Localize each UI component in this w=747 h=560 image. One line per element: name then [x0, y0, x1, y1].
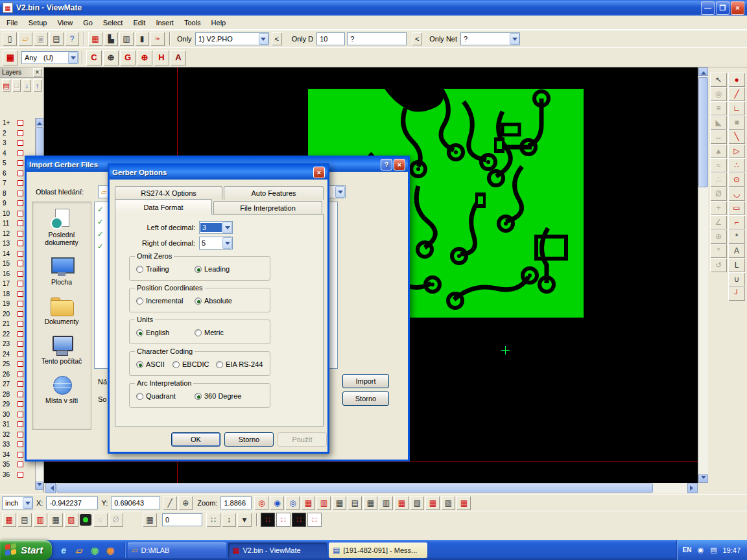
restore-button[interactable]: ❐ — [716, 1, 729, 15]
save-file-button[interactable]: ▣ — [34, 32, 48, 46]
filled-square-tool-icon[interactable]: ■ — [728, 115, 745, 130]
layer-color-chip[interactable] — [18, 441, 23, 447]
layer-color-chip[interactable] — [18, 331, 23, 337]
chevron-down-icon[interactable] — [510, 33, 519, 45]
layer-up-button[interactable]: ↑ — [33, 79, 42, 92]
diagonal-tool-icon[interactable]: ╲ — [728, 130, 745, 144]
only-net-label[interactable]: Only Net — [426, 35, 460, 43]
layer-color-chip[interactable] — [18, 371, 23, 377]
small-grid-5-icon[interactable]: ▧ — [64, 513, 78, 527]
film-grid-icon[interactable]: ▥ — [119, 32, 134, 46]
right-of-decimal-combo[interactable]: 5 — [199, 237, 233, 250]
tab-rs274x-options[interactable]: RS274-X Options — [115, 186, 222, 200]
scroll-up-icon[interactable] — [698, 67, 708, 76]
gear-icon[interactable]: * — [710, 244, 727, 258]
layers-stack-icon[interactable]: ≡ — [710, 101, 727, 115]
close-icon[interactable]: × — [33, 68, 42, 76]
gerber-dialog-titlebar[interactable]: Gerber Options × — [110, 165, 327, 180]
tab-auto-features[interactable]: Auto Features — [224, 186, 324, 200]
tab-file-interpretation[interactable]: File Interpretation — [213, 201, 322, 215]
only-dcode-label[interactable]: Only D — [289, 35, 317, 43]
layer-color-chip[interactable] — [18, 361, 23, 367]
zoom-value-field[interactable]: 1.8866 — [220, 496, 252, 509]
arc-tool-icon[interactable]: ◡ — [728, 187, 745, 201]
grid-dark-4-icon[interactable]: ▥ — [379, 496, 393, 510]
chevron-down-icon[interactable] — [23, 497, 32, 509]
label-tool-icon[interactable]: L — [728, 258, 745, 272]
angle-tool-icon[interactable]: ∠ — [710, 215, 727, 229]
tray-keyboard-icon[interactable]: ▤ — [708, 545, 718, 555]
measure-angle-icon[interactable]: ◣ — [710, 115, 727, 130]
place-recent-documents[interactable]: Poslední dokumenty — [32, 209, 91, 246]
layer-color-chip[interactable] — [18, 200, 23, 206]
small-grid-4-icon[interactable]: ▦ — [49, 513, 63, 527]
menu-item[interactable]: Edit — [128, 17, 150, 29]
scrollbar-thumb[interactable] — [36, 127, 43, 157]
radio-english[interactable]: English — [136, 329, 169, 336]
help-icon[interactable]: ? — [381, 159, 392, 170]
menu-item[interactable]: Tools — [179, 17, 206, 29]
prev-layer-button[interactable]: < — [272, 32, 282, 45]
layer-color-chip[interactable] — [18, 220, 23, 226]
layer-color-chip[interactable] — [18, 472, 23, 478]
clock[interactable]: 19:47 — [722, 546, 741, 554]
dcode-h-button[interactable]: H — [154, 50, 169, 65]
zoom-select-icon[interactable]: ◎ — [254, 496, 268, 510]
open-file-button[interactable]: ▱ — [18, 32, 32, 46]
line-tool-icon[interactable]: ╱ — [728, 87, 745, 101]
menu-item[interactable]: Select — [98, 17, 128, 29]
menu-item[interactable]: File — [1, 17, 23, 29]
layer-color-chip[interactable] — [18, 381, 23, 387]
target-button[interactable]: ⊕ — [103, 50, 119, 65]
storno-button[interactable]: Storno — [224, 432, 274, 447]
small-grid-3-icon[interactable]: ▥ — [33, 513, 47, 527]
place-desktop[interactable]: Plocha — [32, 256, 91, 286]
layer-color-chip[interactable] — [18, 160, 23, 166]
asterisk-tool-icon[interactable]: * — [728, 229, 745, 244]
layer-color-chip[interactable] — [18, 231, 23, 237]
scroll-right-icon[interactable] — [687, 483, 698, 493]
pattern-button-4[interactable]: ∷ — [307, 513, 322, 527]
layer-row[interactable]: 1+ — [0, 118, 36, 128]
layer-row[interactable]: 3 — [0, 138, 36, 148]
layer-table-button[interactable]: ▤ — [2, 79, 10, 92]
layer-color-chip[interactable] — [18, 180, 23, 186]
pattern-button-1[interactable]: ∷ — [261, 513, 275, 527]
grid-red-1-icon[interactable]: ▦ — [301, 496, 315, 510]
grid-dark-1-icon[interactable]: ▦ — [332, 496, 346, 510]
chevron-down-icon[interactable] — [259, 33, 268, 45]
bend-tool-icon[interactable]: ┘ — [728, 286, 745, 301]
dcode-g-button[interactable]: G — [120, 50, 136, 65]
layer-color-chip[interactable] — [18, 301, 23, 307]
chart-icon[interactable]: ≈ — [150, 32, 165, 46]
radio-ascii[interactable]: ASCII — [136, 360, 165, 368]
radio-quadrant[interactable]: Quadrant — [136, 392, 176, 400]
import-button[interactable]: Import — [342, 374, 389, 388]
ok-button[interactable]: OK — [171, 432, 220, 447]
start-button[interactable]: Start — [0, 540, 52, 560]
zoom-out-icon[interactable]: ◎ — [285, 496, 300, 510]
aperture-report-icon[interactable]: ▙ — [104, 32, 118, 46]
x-coordinate-field[interactable]: -0.942237 — [46, 496, 98, 509]
place-my-computer[interactable]: Tento počítač — [32, 335, 91, 365]
radio-eia-rs244[interactable]: EIA RS-244 — [216, 360, 263, 368]
mirror-icon[interactable]: ▲ — [710, 144, 727, 158]
clip-icon[interactable]: Ø — [710, 187, 727, 201]
grid-hatch-icon[interactable]: ▧ — [410, 496, 424, 510]
ie-icon[interactable]: e — [57, 544, 70, 557]
close-icon[interactable]: × — [313, 167, 325, 178]
swap-icon[interactable]: ↔ — [710, 130, 727, 144]
close-button[interactable]: × — [731, 1, 744, 15]
pattern-button-3[interactable]: ∷ — [292, 513, 306, 527]
scrollbar-thumb[interactable] — [56, 484, 653, 493]
tray-network-icon[interactable]: ◉ — [695, 545, 706, 555]
layer-color-chip[interactable] — [18, 271, 23, 277]
bars-icon[interactable]: ▮ — [135, 32, 149, 46]
radio-leading[interactable]: Leading — [195, 265, 230, 273]
scroll-left-icon[interactable] — [45, 483, 56, 493]
dcode-c-button[interactable]: C — [86, 50, 102, 65]
grid-diag-icon[interactable]: ▨ — [441, 496, 455, 510]
layer-color-chip[interactable] — [18, 291, 23, 297]
text-tool-icon[interactable]: A — [728, 244, 745, 258]
scroll-down-icon[interactable] — [36, 482, 43, 490]
